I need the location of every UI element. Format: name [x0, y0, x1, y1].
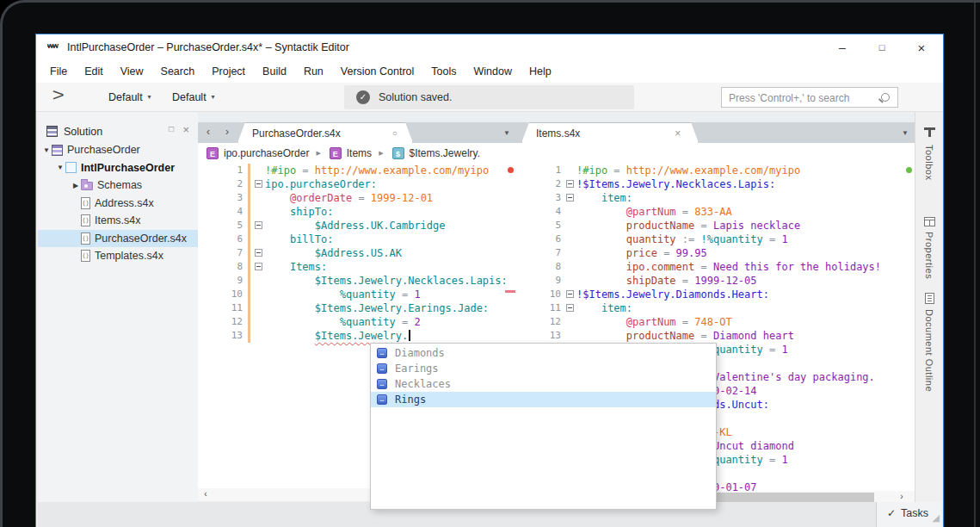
change-bar	[246, 288, 253, 301]
fold-toggle[interactable]	[253, 219, 265, 232]
title-bar[interactable]: ww IntlPurchaseOrder – PurchaseOrder.s4x…	[36, 34, 943, 60]
menu-view[interactable]: View	[112, 60, 152, 83]
expander-icon[interactable]: ▼	[55, 164, 65, 171]
fold-collapse-icon[interactable]	[566, 304, 574, 312]
code-line: 12 @partNum = 748-OT	[516, 315, 903, 329]
status-message-pill: ✓ Solution saved.	[344, 85, 634, 109]
menu-project[interactable]: Project	[203, 60, 254, 83]
maximize-button[interactable]: □	[862, 34, 902, 60]
completion-item-diamonds[interactable]: …Diamonds	[371, 345, 716, 361]
change-bar	[246, 164, 253, 177]
tab-items-s4x[interactable]: Items.s4x ×	[521, 122, 699, 143]
code-line: 7 $Address.US.AK	[198, 246, 505, 260]
fold-toggle[interactable]	[564, 177, 576, 191]
completion-item-earings[interactable]: …Earings	[371, 361, 716, 376]
code-line: 7 price = 99.95	[516, 246, 903, 260]
element-completion-icon: …	[377, 379, 387, 389]
fold-collapse-icon[interactable]	[566, 194, 574, 202]
check-icon: ✓	[887, 507, 896, 519]
tab-purchaseorder-s4x[interactable]: PurchaseOrder.s4x ○	[237, 122, 413, 143]
expander-icon[interactable]: ▶	[71, 182, 81, 189]
minimize-button[interactable]: –	[823, 34, 862, 60]
scroll-right-icon[interactable]: ›	[896, 491, 908, 503]
search-icon[interactable]	[881, 93, 890, 102]
breadcrumb-item-items-jewelry[interactable]: $Items.Jewelry.	[410, 147, 480, 159]
fold-toggle[interactable]	[564, 191, 576, 205]
menu-tools[interactable]: Tools	[422, 60, 465, 83]
menu-run[interactable]: Run	[295, 60, 332, 83]
code-line: 3 item:	[516, 191, 903, 205]
change-marker	[505, 290, 515, 293]
menu-edit[interactable]: Edit	[76, 60, 112, 83]
solution-panel-header[interactable]: Solution □ ×	[38, 122, 198, 141]
tree-item-address-s4x[interactable]: {}Address.s4x	[38, 195, 198, 213]
search-input[interactable]	[727, 89, 877, 108]
tree-item-purchaseorder-s4x[interactable]: {}PurchaseOrder.s4x	[38, 230, 198, 248]
modified-indicator-icon: ○	[392, 128, 398, 138]
element-completion-icon: …	[377, 363, 387, 374]
close-panel-icon[interactable]: ×	[182, 123, 189, 136]
code-line: 11 item:	[516, 301, 903, 315]
breadcrumb-item-items[interactable]: Items	[347, 147, 372, 159]
expander-icon[interactable]: ▼	[41, 146, 52, 154]
tool-tab-document-outline[interactable]: Document Outline	[915, 293, 943, 392]
tree-item-templates-s4x[interactable]: {}Templates.s4x	[38, 247, 198, 265]
fold-collapse-icon[interactable]	[255, 221, 262, 229]
tree-item-label: Templates.s4x	[95, 250, 163, 262]
code-line: 13 productName = Diamond heart	[516, 329, 903, 343]
app-window: ww IntlPurchaseOrder – PurchaseOrder.s4x…	[35, 34, 944, 527]
tree-item-intlpurchaseorder[interactable]: ▼IntlPurchaseOrder	[38, 159, 198, 177]
fold-collapse-icon[interactable]	[255, 263, 262, 270]
menu-help[interactable]: Help	[521, 60, 560, 83]
tool-tab-properties[interactable]: Properties	[915, 217, 943, 279]
menu-version-control[interactable]: Version Control	[332, 60, 422, 83]
fold-toggle[interactable]	[253, 177, 265, 191]
completion-item-necklaces[interactable]: …Necklaces	[371, 376, 716, 392]
change-bar	[246, 219, 253, 232]
change-bar	[246, 301, 253, 315]
code-line: 2ipo.purchaseOrder:	[198, 177, 505, 191]
nav-back-icon[interactable]: ‹	[206, 126, 210, 138]
tab-list-dropdown-icon[interactable]: ▼	[902, 129, 909, 137]
fold-toggle[interactable]	[253, 260, 265, 274]
fold-toggle[interactable]	[564, 301, 576, 315]
fold-collapse-icon[interactable]	[255, 249, 262, 257]
menu-build[interactable]: Build	[254, 60, 295, 83]
build-config-value: Default	[108, 91, 143, 103]
float-panel-icon[interactable]: □	[169, 124, 174, 133]
code-line: 11 $Items.Jewelry.Earings.Jade:	[198, 301, 505, 315]
tab-list-dropdown-icon[interactable]: ▼	[503, 129, 510, 137]
properties-icon	[924, 217, 935, 226]
text-cursor	[409, 330, 410, 341]
tab-close-icon[interactable]: ×	[675, 127, 681, 140]
completion-item-rings[interactable]: …Rings	[371, 392, 716, 407]
run-config-dropdown[interactable]: Default▾	[172, 83, 215, 112]
scroll-left-icon[interactable]: ‹	[200, 488, 212, 500]
tree-item-schemas[interactable]: ▶Schemas	[38, 177, 198, 195]
fold-collapse-icon[interactable]	[566, 290, 574, 298]
breadcrumb-item-ipo-purchaseorder[interactable]: ipo.purchaseOrder	[224, 147, 309, 159]
fold-toggle[interactable]	[564, 288, 576, 301]
fold-column	[564, 260, 576, 274]
tasks-button[interactable]: ✓ Tasks ◢	[876, 502, 941, 527]
code-text: @partNum = 748-OT	[576, 315, 732, 329]
resize-grip[interactable]: ◢	[933, 512, 940, 524]
menu-file[interactable]: File	[41, 60, 76, 83]
fold-collapse-icon[interactable]	[566, 180, 574, 188]
menu-window[interactable]: Window	[465, 60, 520, 83]
fold-column	[564, 315, 576, 329]
breadcrumb-separator-icon: ▶	[316, 150, 320, 157]
fold-collapse-icon[interactable]	[255, 180, 262, 188]
fold-toggle[interactable]	[253, 246, 265, 260]
file-icon: {}	[81, 197, 90, 209]
code-text: Items:	[265, 260, 327, 274]
tree-item-items-s4x[interactable]: {}Items.s4x	[38, 212, 198, 230]
menu-search[interactable]: Search	[152, 60, 204, 83]
run-icon[interactable]: >	[52, 85, 65, 105]
close-button[interactable]: ×	[902, 34, 941, 60]
code-line: 10 %quantity = 1	[198, 288, 505, 301]
tree-item-purchaseorder[interactable]: ▼PurchaseOrder	[38, 141, 198, 159]
build-config-dropdown[interactable]: Default▾	[108, 83, 151, 112]
tool-tab-toolbox[interactable]: Toolbox	[915, 127, 943, 180]
nav-forward-icon[interactable]: ›	[225, 126, 229, 138]
